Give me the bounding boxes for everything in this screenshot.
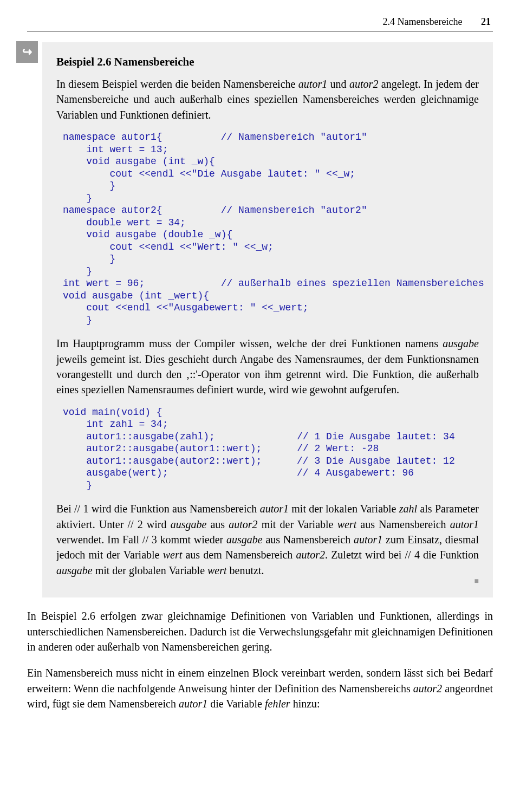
header-rule	[27, 31, 493, 31]
example-intro: In diesem Beispiel werden die beiden Nam…	[56, 76, 479, 122]
page-number: 21	[481, 16, 491, 27]
end-mark: ■	[56, 577, 479, 586]
arrow-icon: ↪	[22, 45, 32, 59]
section-label: 2.4 Namensbereiche	[383, 16, 463, 27]
page-header: 2.4 Namensbereiche 21	[27, 16, 493, 28]
code-block-1: namespace autor1{ // Namensbereich "auto…	[63, 131, 479, 326]
example-outro: Bei // 1 wird die Funktion aus Namensber…	[56, 501, 479, 578]
example-mid: Im Hauptprogramm muss der Compiler wisse…	[56, 336, 479, 398]
body-paragraph-2: Ein Namensbereich muss nicht in einem ei…	[27, 665, 493, 711]
example-title: Beispiel 2.6 Namensbereiche	[56, 55, 479, 69]
code-block-2: void main(void) { int zahl = 34; autor1:…	[63, 406, 479, 492]
body-paragraph-1: In Beispiel 2.6 erfolgen zwar gleichnami…	[27, 608, 493, 654]
example-box: ↪ Beispiel 2.6 Namensbereiche In diesem …	[42, 42, 493, 597]
example-icon: ↪	[16, 41, 38, 63]
